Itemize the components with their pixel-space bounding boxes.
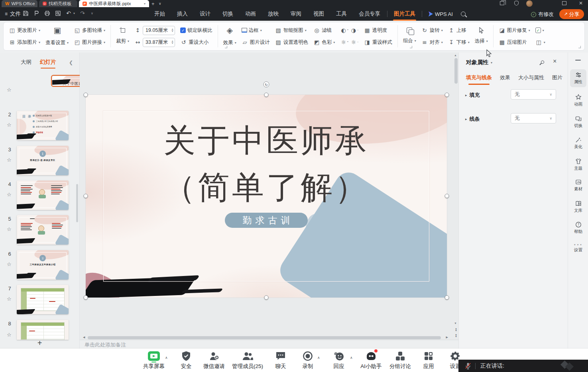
restore-window-icon[interactable] [500, 1, 504, 5]
picture-repair-button[interactable]: ◪图片修复▾ [499, 26, 530, 35]
multi-carousel-button[interactable]: ◱多图轮播▾ [74, 26, 105, 35]
resize-handle-s[interactable] [264, 296, 269, 300]
export-pdf-icon[interactable] [33, 10, 39, 16]
sidebar-scrollbar[interactable] [76, 184, 78, 222]
reset-size-button[interactable]: ↺重设大小 [180, 38, 212, 47]
rail-item-assets[interactable]: 素材 [568, 179, 588, 192]
slide-thumbnail-2[interactable]: 2 ☆ 目 录 简单区分师承类中医 三年师承介绍 五年师承介绍 师承方法流程及费… [0, 111, 80, 140]
menu-design[interactable]: 设计 [194, 7, 216, 21]
tab-picture[interactable]: 图片 [552, 74, 562, 81]
search-icon[interactable] [461, 12, 466, 16]
slide-title[interactable]: 关于中医师承 （简单了解） [86, 117, 447, 211]
selection-toggle-button[interactable]: ✓▾ [535, 26, 545, 35]
rail-item-properties[interactable]: 属性 [570, 69, 586, 87]
send-backward-button[interactable]: ↧下移▾ [448, 38, 470, 47]
undo-chevron-icon[interactable]: ▾ [73, 12, 75, 15]
add-slide-button[interactable]: + [37, 339, 42, 348]
color-button[interactable]: ◩色彩▾ [313, 38, 335, 47]
slide-canvas[interactable]: 关于中医师承 （简单了解） 勤求古训 ↻ ▲ ▼ ▲▲ ▼▼ ◀ ▶ 单击此处添… [80, 53, 458, 349]
rail-item-animation[interactable]: 动画 [568, 94, 588, 107]
picture-design-button[interactable]: ▱图片设计 [242, 38, 270, 47]
rail-item-transition[interactable]: 切换 [568, 116, 588, 129]
rotate-handle[interactable]: ↻ [264, 82, 269, 88]
view-settings-button[interactable]: 查看设置▾ [45, 38, 69, 47]
share-button[interactable]: ↗ 分享 [559, 9, 584, 19]
select-button[interactable]: 选择▾ [475, 37, 488, 45]
vertical-scrollbar[interactable] [454, 58, 458, 84]
print-preview-icon[interactable] [55, 10, 61, 16]
menu-insert[interactable]: 插入 [171, 7, 194, 21]
smart-cutout-button[interactable]: ▧智能抠图▾ [275, 26, 309, 35]
protect-icon[interactable] [514, 1, 519, 6]
new-tab-button[interactable]: + [151, 1, 155, 7]
scroll-up-icon[interactable]: ▲ [454, 54, 457, 57]
tab-docer-templates[interactable]: D 找稻壳模板 [39, 0, 77, 7]
slide-thumbnail-6[interactable]: 6 ☆ 2 三年师承及五年师承介绍 [0, 250, 80, 280]
scroll-left-icon[interactable]: ◀ [83, 336, 85, 339]
resize-handle-n[interactable] [264, 93, 269, 97]
reset-style-button[interactable]: ◨重设样式 [364, 38, 392, 47]
resize-handle-sw[interactable] [84, 296, 88, 300]
menu-home[interactable]: 开始 [148, 7, 171, 21]
align-button[interactable]: ≡对齐▾ [421, 38, 443, 47]
spinner-arrows-icon[interactable]: ∧∨ [171, 41, 173, 44]
file-menu-button[interactable]: ≡ 文件 [5, 10, 21, 18]
pin-icon[interactable] [540, 60, 545, 64]
group-expander-icon[interactable] [410, 46, 412, 48]
previous-slide-icon[interactable]: ▲▲ [455, 328, 457, 331]
chevron-down-icon[interactable]: ▾ [144, 2, 146, 6]
slide-thumbnail-1[interactable]: 1 ☆ 关于中医师承（简单了解） 勤求古训 [0, 76, 80, 105]
lock-aspect-ratio-checkbox[interactable]: ✓锁定纵横比 [180, 26, 212, 35]
brightness-down-icon[interactable]: ☼ [350, 39, 357, 45]
resize-handle-nw[interactable] [84, 93, 88, 97]
tab-slides[interactable]: 幻灯片 [40, 59, 56, 66]
rail-item-help[interactable]: ? 帮助 [568, 221, 588, 235]
manage-members-button[interactable]: 管理成员(25) [228, 350, 267, 370]
spinner-arrows-icon[interactable]: ∧∨ [171, 29, 173, 32]
menu-transition[interactable]: 切换 [216, 7, 239, 21]
tab-effects[interactable]: 效果 [500, 74, 510, 81]
rail-item-library[interactable]: 文库 [568, 200, 588, 213]
rail-item-theme[interactable]: 主题 [568, 158, 588, 171]
tab-fill-and-line[interactable]: 填充与线条 [466, 74, 492, 81]
slide-subtitle-badge[interactable]: 勤求古训 [225, 213, 308, 228]
brightness-up-icon[interactable]: ☼ [340, 39, 347, 45]
width-stepper[interactable]: ∧∨ [143, 38, 175, 47]
menu-slideshow[interactable]: 放映 [262, 7, 285, 21]
add-picture-button[interactable]: ⊞添加图片▾ [9, 38, 40, 47]
collapse-rail-icon[interactable] [575, 60, 581, 61]
resize-handle-ne[interactable] [445, 93, 449, 97]
width-input[interactable] [146, 39, 170, 45]
print-icon[interactable] [44, 10, 50, 16]
height-stepper[interactable]: ∧∨ [143, 26, 175, 35]
slide-thumbnail-4[interactable]: 4 ☆ [0, 180, 80, 210]
group-expander-icon[interactable] [578, 46, 581, 48]
tab-wps-office[interactable]: W WPS Office [2, 0, 37, 7]
group-expander-icon[interactable] [225, 46, 227, 48]
slide-thumbnail-3[interactable]: 3 ☆ 1 简单区分-老-师承及专长 [0, 146, 80, 175]
tab-current-document[interactable]: P 中医师承最终版.pptx ▾ [79, 0, 149, 7]
rail-item-beautify[interactable]: 美化 [568, 137, 588, 150]
border-button[interactable]: 边框▾ [242, 26, 270, 35]
close-icon[interactable]: × [553, 58, 557, 65]
tab-picture-tools[interactable]: 图片工具 [388, 7, 421, 21]
save-icon[interactable] [22, 10, 29, 16]
resize-handle-w[interactable] [84, 194, 88, 198]
avatar[interactable] [526, 0, 533, 7]
wps-ai-button[interactable]: WPS AI [423, 11, 458, 17]
slide-thumbnail-5[interactable]: 5 ☆ [0, 215, 80, 245]
menu-member[interactable]: 会员专享 [353, 7, 386, 21]
contrast-down-icon[interactable]: ◑ [350, 27, 357, 33]
horizontal-scrollbar[interactable] [88, 336, 441, 339]
picture-convert-button[interactable]: ◫▾ [535, 38, 545, 47]
group-button[interactable]: 组合▾ [403, 36, 416, 45]
picture-stitch-button[interactable]: ◰图片拼接▾ [74, 38, 105, 47]
slide-thumbnail-7[interactable]: 7 ☆ [0, 285, 80, 314]
resize-handle-se[interactable] [445, 296, 449, 300]
close-icon[interactable]: ✕ [579, 0, 583, 6]
undo-icon[interactable]: ↶ [65, 10, 72, 16]
redo-icon[interactable]: ↷ [79, 10, 86, 16]
resize-handle-e[interactable] [445, 194, 449, 198]
transparency-button[interactable]: ▦透明度 [364, 26, 392, 35]
menu-animation[interactable]: 动画 [239, 7, 262, 21]
